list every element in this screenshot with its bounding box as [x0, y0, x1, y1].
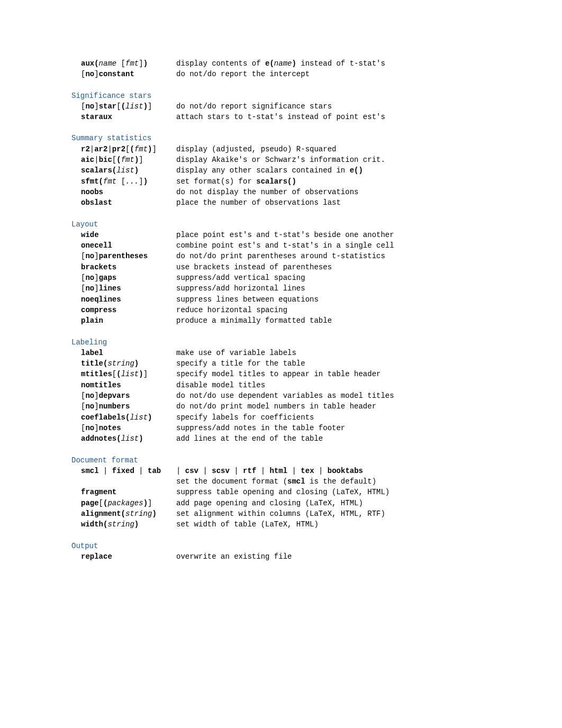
option-term: obslast	[71, 197, 176, 208]
option-row: [no]depvarsdo not/do use dependent varia…	[71, 390, 520, 401]
option-description: reduce horizontal spacing	[176, 305, 520, 315]
option-row: r2|ar2|pr2[(fmt)]display (adjusted, pseu…	[71, 144, 520, 154]
option-row: obslastplace the number of observations …	[71, 197, 520, 208]
option-row: starauxattach stars to t-stat's instead …	[71, 112, 520, 122]
option-row: [no]notessuppress/add notes in the table…	[71, 423, 520, 433]
option-description: specify model titles to appear in table …	[176, 369, 520, 379]
section-heading: Document format	[71, 455, 520, 466]
option-description: set width of table (LaTeX, HTML)	[176, 519, 520, 530]
option-row: mtitles[(list)]specify model titles to a…	[71, 369, 520, 379]
option-description: display (adjusted, pseudo) R-squared	[176, 144, 520, 154]
option-row: fragmentsuppress table opening and closi…	[71, 487, 520, 497]
option-description: do not/do report significance stars	[176, 101, 520, 112]
option-row: title(string)specify a title for the tab…	[71, 358, 520, 369]
option-description: do not/do report the intercept	[176, 69, 520, 79]
option-term: replace	[71, 551, 176, 562]
option-term: width(string)	[71, 519, 176, 530]
option-term: noeqlines	[71, 294, 176, 305]
option-description: use brackets instead of parentheses	[176, 262, 520, 272]
option-row: alignment(string)set alignment within co…	[71, 508, 520, 519]
option-row: smcl | fixed | tab| csv | scsv | rtf | h…	[71, 466, 520, 476]
option-description: suppress/add notes in the table footer	[176, 423, 520, 433]
option-term: brackets	[71, 262, 176, 272]
option-description: suppress/add vertical spacing	[176, 272, 520, 283]
section-heading: Significance stars	[71, 90, 520, 101]
section-heading: Output	[71, 541, 520, 551]
option-description: display any other scalars contained in e…	[176, 165, 520, 176]
option-term: fragment	[71, 487, 176, 497]
option-description: do not/do use dependent variables as mod…	[176, 390, 520, 401]
option-description: produce a minimally formatted table	[176, 315, 520, 326]
option-term: [no]constant	[71, 69, 176, 79]
option-description: add page opening and closing (LaTeX, HTM…	[176, 498, 520, 508]
option-description: combine point est's and t-stat's in a si…	[176, 240, 520, 251]
option-term: alignment(string)	[71, 508, 176, 519]
option-term: mtitles[(list)]	[71, 369, 176, 379]
option-row: page[(packages)]add page opening and clo…	[71, 498, 520, 508]
section-heading: Summary statistics	[71, 133, 520, 143]
option-term: aic|bic[(fmt)]	[71, 154, 176, 165]
option-row: [no]parenthesesdo not/do print parenthes…	[71, 251, 520, 261]
option-description: do not/do print parentheses around t-sta…	[176, 251, 520, 261]
option-row: addnotes(list)add lines at the end of th…	[71, 433, 520, 444]
option-row: sfmt(fmt [...])set format(s) for scalars…	[71, 176, 520, 187]
option-row: aux(name [fmt])display contents of e(nam…	[71, 58, 520, 69]
option-term: [no]star[(list)]	[71, 101, 176, 112]
section-heading: Layout	[71, 219, 520, 230]
option-row: width(string)set width of table (LaTeX, …	[71, 519, 520, 530]
option-description: place the number of observations last	[176, 197, 520, 208]
option-row: nomtitlesdisable model titles	[71, 380, 520, 390]
option-row: replaceoverwrite an existing file	[71, 551, 520, 562]
option-row: compressreduce horizontal spacing	[71, 305, 520, 315]
option-description: overwrite an existing file	[176, 551, 520, 562]
option-description: attach stars to t-stat's instead of poin…	[176, 112, 520, 122]
option-term: addnotes(list)	[71, 433, 176, 444]
option-description: suppress/add horizontal lines	[176, 283, 520, 294]
option-term: title(string)	[71, 358, 176, 369]
option-term: [no]numbers	[71, 401, 176, 412]
option-term: plain	[71, 315, 176, 326]
option-description: display contents of e(name) instead of t…	[176, 58, 520, 69]
option-term: [no]lines	[71, 283, 176, 294]
option-term: nomtitles	[71, 380, 176, 390]
option-row: aic|bic[(fmt)]display Akaike's or Schwar…	[71, 154, 520, 165]
option-row: wideplace point est's and t-stat's besid…	[71, 230, 520, 240]
option-term: staraux	[71, 112, 176, 122]
option-row: onecellcombine point est's and t-stat's …	[71, 240, 520, 251]
option-description: suppress table opening and closing (LaTe…	[176, 487, 520, 497]
option-description: set format(s) for scalars()	[176, 176, 520, 187]
option-row: noobsdo not display the number of observ…	[71, 187, 520, 197]
option-description: set the document format (smcl is the def…	[176, 476, 520, 487]
option-term: coeflabels(list)	[71, 412, 176, 423]
option-row: [no]star[(list)]do not/do report signifi…	[71, 101, 520, 112]
option-row: set the document format (smcl is the def…	[71, 476, 520, 487]
option-row: plainproduce a minimally formatted table	[71, 315, 520, 326]
option-term: onecell	[71, 240, 176, 251]
option-row: bracketsuse brackets instead of parenthe…	[71, 262, 520, 272]
option-term: aux(name [fmt])	[71, 58, 176, 69]
option-term: wide	[71, 230, 176, 240]
option-term: [no]parentheses	[71, 251, 176, 261]
option-row: [no]constantdo not/do report the interce…	[71, 69, 520, 79]
option-term: label	[71, 348, 176, 358]
option-term: noobs	[71, 187, 176, 197]
option-description: make use of variable labels	[176, 348, 520, 358]
option-description: specify labels for coefficients	[176, 412, 520, 423]
option-description: suppress lines between equations	[176, 294, 520, 305]
option-description: do not/do print model numbers in table h…	[176, 401, 520, 412]
help-page: aux(name [fmt])display contents of e(nam…	[71, 58, 520, 562]
option-row: labelmake use of variable labels	[71, 348, 520, 358]
option-description: specify a title for the table	[176, 358, 520, 369]
option-row: [no]numbersdo not/do print model numbers…	[71, 401, 520, 412]
option-term: [no]gaps	[71, 272, 176, 283]
option-description: place point est's and t-stat's beside on…	[176, 230, 520, 240]
option-term: r2|ar2|pr2[(fmt)]	[71, 144, 176, 154]
option-term: [no]depvars	[71, 390, 176, 401]
option-term: scalars(list)	[71, 165, 176, 176]
option-term: page[(packages)]	[71, 498, 176, 508]
option-description: | csv | scsv | rtf | html | tex | bookta…	[176, 466, 520, 476]
option-term: compress	[71, 305, 176, 315]
option-term: smcl | fixed | tab	[71, 466, 176, 476]
option-description: add lines at the end of the table	[176, 433, 520, 444]
option-description: do not display the number of observation…	[176, 187, 520, 197]
